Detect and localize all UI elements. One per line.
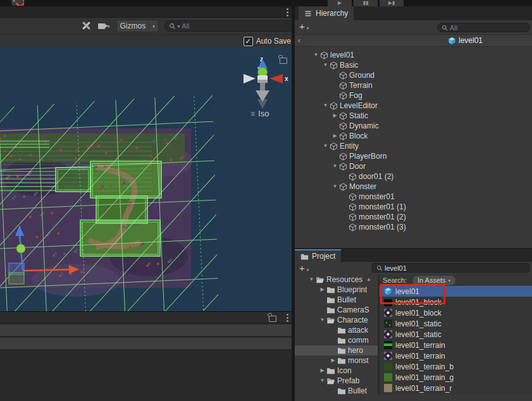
scene-menu-icon[interactable] [286, 8, 288, 16]
expand-arrow-icon[interactable]: ▼ [312, 50, 320, 60]
hierarchy-item-level01[interactable]: ▼level01 [295, 50, 532, 60]
hierarchy-item-door01-2[interactable]: door01 (2) [295, 171, 532, 182]
folder-icon [326, 296, 335, 304]
hierarchy-item-playerborn[interactable]: PlayerBorn [295, 151, 532, 161]
expand-arrow-icon[interactable]: ▼ [331, 161, 339, 171]
hierarchy-item-leveleditor[interactable]: ▼LevelEditor [295, 101, 532, 111]
scene-viewport[interactable]: z y x ≡ Iso [0, 47, 294, 311]
panel-row[interactable] [0, 338, 294, 350]
collapse-arrow-icon[interactable]: ▶ [331, 131, 339, 141]
folder-open-icon [326, 377, 335, 385]
folder-item-prefab[interactable]: ▼Prefab [295, 376, 378, 386]
folder-item-resources[interactable]: ▼Resources [295, 275, 378, 285]
toolbar-mini-button[interactable]: +. [11, 0, 24, 6]
folder-icon [337, 326, 346, 334]
projection-mode-toggle[interactable]: ≡ Iso [251, 109, 269, 118]
breadcrumb-title: level01 [459, 36, 483, 45]
project-search-input[interactable] [385, 264, 525, 272]
collapse-arrow-icon[interactable]: ▶ [331, 111, 339, 121]
hierarchy-search-input[interactable] [450, 24, 526, 32]
panel-row[interactable] [0, 324, 294, 336]
expand-arrow-icon[interactable]: ▼ [321, 101, 330, 111]
menu-icon: ≡ [251, 109, 255, 118]
orange-arc-icon [14, 0, 24, 6]
expand-arrow-icon[interactable]: ▼ [321, 60, 330, 70]
auto-save-checkbox[interactable]: ✓ [244, 37, 253, 46]
expand-arrow-icon[interactable]: ▼ [331, 182, 339, 192]
folder-item-monst[interactable]: ▶monst [295, 355, 378, 366]
hierarchy-item-static[interactable]: ▶Static [295, 111, 532, 121]
hierarchy-item-label: Ground [349, 71, 374, 80]
hierarchy-item-monster01-2[interactable]: monster01 (2) [295, 212, 532, 222]
folder-item-blueprint[interactable]: ▶Blueprint [295, 285, 378, 295]
hierarchy-item-fog[interactable]: Fog [295, 90, 532, 101]
folder-icon [326, 286, 335, 293]
texture-thumbnail [384, 362, 392, 371]
hierarchy-item-dynamic[interactable]: Dynamic [295, 121, 532, 131]
hierarchy-item-monster01[interactable]: monster01 [295, 192, 532, 202]
hierarchy-item-monster[interactable]: ▼Monster [295, 182, 532, 192]
scroll-up-arrow[interactable]: ▲ [366, 276, 371, 282]
gameobject-cube-icon [349, 193, 357, 201]
project-add-button[interactable]: + ▾ [299, 263, 309, 273]
hierarchy-item-terrain[interactable]: Terrain [295, 80, 532, 90]
asset-result-level01-static-4[interactable]: level01_static [380, 329, 532, 340]
folder-item-comm[interactable]: comm [295, 335, 378, 345]
hierarchy-item-ground[interactable]: Ground [295, 70, 532, 80]
tools-icon[interactable] [79, 20, 93, 32]
asset-result-level01-static-3[interactable]: level01_static [380, 318, 532, 329]
folder-item-characte[interactable]: ▼Characte [295, 315, 378, 325]
camera-view-button[interactable]: ▾ [98, 23, 110, 29]
gameobject-cube-icon [320, 51, 328, 59]
asset-result-level01-terrain-6[interactable]: level01_terrain [380, 350, 532, 361]
tab-hierarchy[interactable]: Hierarchy [299, 6, 354, 20]
collapse-arrow-icon[interactable]: ▶ [318, 285, 326, 295]
folder-item-icon[interactable]: ▶Icon [295, 366, 378, 376]
expand-arrow-icon[interactable]: ▼ [307, 275, 316, 285]
asset-label: level01_static [395, 319, 442, 328]
hierarchy-add-button[interactable]: + ▾ [299, 22, 309, 32]
texture-thumbnail [384, 319, 392, 328]
asset-result-level01-block-2[interactable]: level01_block [380, 307, 532, 318]
asset-result-level01-terrain-b-7[interactable]: level01_terrain_b [380, 361, 532, 372]
scene-gizmo-lock-icon[interactable] [280, 58, 287, 64]
hierarchy-item-block[interactable]: ▶Block [295, 131, 532, 141]
asset-label: level01_terrain_b [395, 362, 454, 371]
hierarchy-item-entity[interactable]: ▼Entity [295, 141, 532, 151]
folder-item-bullet[interactable]: Bullet [295, 386, 378, 395]
annotation-red-box [380, 284, 445, 304]
folder-item-attack[interactable]: attack [295, 325, 378, 335]
hierarchy-item-label: PlayerBorn [349, 152, 387, 161]
hierarchy-item-door[interactable]: ▼Door [295, 161, 532, 171]
tab-project[interactable]: Project [295, 249, 341, 263]
expand-arrow-icon[interactable]: ▼ [321, 141, 330, 151]
lock-icon[interactable] [269, 316, 276, 322]
scene-search-field[interactable]: ▾ [164, 20, 294, 32]
search-label: Search: [383, 276, 407, 284]
expand-arrow-icon[interactable]: ▼ [318, 315, 326, 325]
hierarchy-search-field[interactable] [437, 23, 530, 32]
hierarchy-item-basic[interactable]: ▼Basic [295, 60, 532, 70]
breadcrumb-back-button[interactable]: ‹ [295, 35, 304, 46]
folder-item-bullet[interactable]: Bullet [295, 295, 378, 305]
collapse-arrow-icon[interactable]: ▶ [329, 355, 337, 366]
expand-arrow-icon[interactable]: ▼ [318, 376, 326, 386]
hierarchy-item-monster01-3[interactable]: monster01 (3) [295, 222, 532, 232]
panel-menu-icon[interactable] [286, 314, 288, 322]
folder-label: monst [348, 356, 369, 365]
asset-result-level01-terrain-g-8[interactable]: level01_terrain_g [380, 372, 532, 383]
hierarchy-item-monster01-1[interactable]: monster01 (1) [295, 202, 532, 212]
folder-item-cameras[interactable]: CameraS [295, 305, 378, 315]
hierarchy-item-label: door01 (2) [359, 172, 393, 181]
plus-icon: + [299, 263, 305, 273]
collapse-arrow-icon[interactable]: ▶ [318, 366, 326, 376]
search-icon [442, 25, 448, 31]
folder-item-hero[interactable]: hero [295, 345, 378, 355]
asset-result-level01-terrain-5[interactable]: level01_terrain [380, 340, 532, 350]
gameobject-cube-icon [339, 163, 347, 171]
asset-result-level01-terrain-r-9[interactable]: level01_terrain_r [380, 383, 532, 393]
breadcrumb-item[interactable]: level01 [448, 36, 483, 45]
gizmos-dropdown[interactable]: Gizmos ▾ [116, 20, 159, 32]
scene-search-input[interactable] [182, 22, 289, 30]
project-search-field[interactable] [372, 263, 529, 273]
